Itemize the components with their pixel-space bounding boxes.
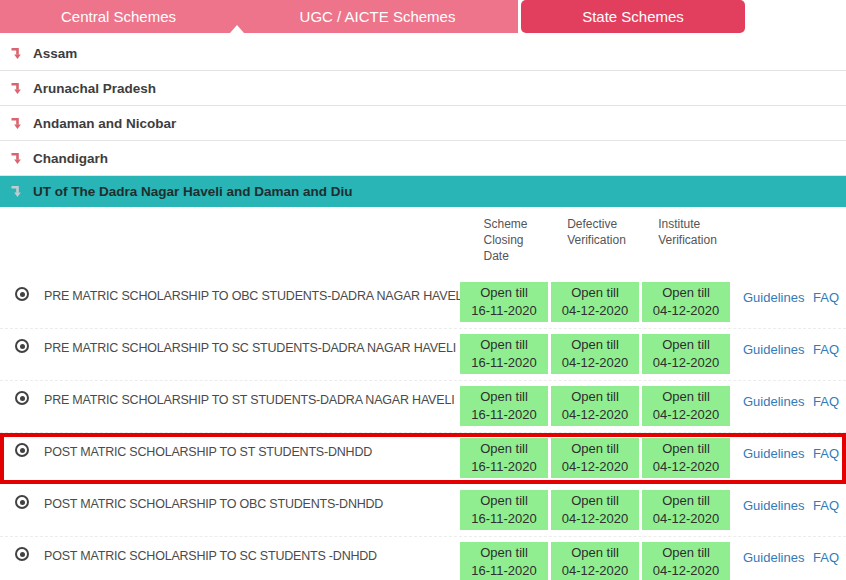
expand-arrow-icon [10,82,22,95]
scheme-name: POST MATRIC SCHOLARSHIP TO ST STUDENTS-D… [44,433,460,484]
table-body: PRE MATRIC SCHOLARSHIP TO OBC STUDENTS-D… [0,277,846,580]
column-header-scheme-closing-date: Scheme Closing Date [460,207,551,277]
institute-verification-cell: Open till 04-12-2020 [642,542,730,580]
table-header-row: Scheme Closing Date Defective Verificati… [0,207,846,277]
faq-cell: FAQ [805,329,846,380]
schemes-table: Scheme Closing Date Defective Verificati… [0,207,846,580]
bullseye-icon [0,433,44,484]
defective-verification-cell: Open till 04-12-2020 [551,386,639,426]
column-header-institute-verification: Institute Verification [642,207,733,277]
scheme-closing-date-cell: Open till 16-11-2020 [460,282,548,322]
tab-central-schemes[interactable]: Central Schemes [0,0,237,33]
faq-link[interactable]: FAQ [813,342,839,357]
guidelines-link[interactable]: Guidelines [743,498,804,513]
state-name: Andaman and Nicobar [33,116,176,131]
expand-arrow-icon [10,152,22,165]
guidelines-link[interactable]: Guidelines [743,394,804,409]
guidelines-cell: Guidelines [733,433,805,484]
guidelines-cell: Guidelines [733,485,805,536]
state-name: Arunachal Pradesh [33,81,156,96]
scheme-name: POST MATRIC SCHOLARSHIP TO SC STUDENTS -… [44,537,460,580]
collapse-arrow-icon [10,185,22,198]
scheme-row: PRE MATRIC SCHOLARSHIP TO OBC STUDENTS-D… [0,277,846,329]
state-name: Assam [33,46,77,61]
defective-verification-cell: Open till 04-12-2020 [551,490,639,530]
scheme-closing-date-cell: Open till 16-11-2020 [460,438,548,478]
faq-cell: FAQ [805,433,846,484]
expand-arrow-icon [10,47,22,60]
faq-cell: FAQ [805,277,846,328]
guidelines-cell: Guidelines [733,537,805,580]
institute-verification-cell: Open till 04-12-2020 [642,334,730,374]
bullseye-icon [0,485,44,536]
faq-link[interactable]: FAQ [813,550,839,565]
defective-verification-cell: Open till 04-12-2020 [551,542,639,580]
scheme-closing-date-cell: Open till 16-11-2020 [460,490,548,530]
active-tab-notch [230,25,244,33]
column-header-defective-verification: Defective Verification [551,207,642,277]
institute-verification-cell: Open till 04-12-2020 [642,386,730,426]
state-accordion-item[interactable]: Andaman and Nicobar [0,106,846,141]
schemes-panel: Central Schemes UGC / AICTE Schemes Stat… [0,0,846,580]
defective-verification-cell: Open till 04-12-2020 [551,438,639,478]
institute-verification-cell: Open till 04-12-2020 [642,282,730,322]
tab-ugc-aicte-schemes[interactable]: UGC / AICTE Schemes [237,0,518,33]
state-accordion-item-expanded[interactable]: UT of The Dadra Nagar Haveli and Daman a… [0,176,846,207]
guidelines-link[interactable]: Guidelines [743,446,804,461]
tab-state-schemes[interactable]: State Schemes [521,0,745,33]
faq-link[interactable]: FAQ [813,394,839,409]
state-accordion-item[interactable]: Assam [0,36,846,71]
scheme-name: POST MATRIC SCHOLARSHIP TO OBC STUDENTS-… [44,485,460,536]
guidelines-cell: Guidelines [733,277,805,328]
defective-verification-cell: Open till 04-12-2020 [551,282,639,322]
scheme-name: PRE MATRIC SCHOLARSHIP TO OBC STUDENTS-D… [44,277,460,328]
guidelines-link[interactable]: Guidelines [743,550,804,565]
bullseye-icon [0,329,44,380]
guidelines-link[interactable]: Guidelines [743,342,804,357]
scheme-row: POST MATRIC SCHOLARSHIP TO ST STUDENTS-D… [0,433,846,485]
bullseye-icon [0,277,44,328]
tab-label: Central Schemes [61,8,176,25]
tab-label: UGC / AICTE Schemes [300,8,456,25]
scheme-name: PRE MATRIC SCHOLARSHIP TO ST STUDENTS-DA… [44,381,460,432]
scheme-closing-date-cell: Open till 16-11-2020 [460,334,548,374]
scheme-name: PRE MATRIC SCHOLARSHIP TO SC STUDENTS-DA… [44,329,460,380]
tab-label: State Schemes [582,8,684,25]
state-name: Chandigarh [33,151,108,166]
guidelines-cell: Guidelines [733,381,805,432]
scheme-row: PRE MATRIC SCHOLARSHIP TO ST STUDENTS-DA… [0,381,846,433]
faq-cell: FAQ [805,485,846,536]
state-accordion-item[interactable]: Chandigarh [0,141,846,176]
guidelines-cell: Guidelines [733,329,805,380]
scheme-tabs: Central Schemes UGC / AICTE Schemes Stat… [0,0,846,33]
faq-link[interactable]: FAQ [813,290,839,305]
defective-verification-cell: Open till 04-12-2020 [551,334,639,374]
expand-arrow-icon [10,117,22,130]
state-accordion: Assam Arunachal Pradesh Andaman and Nico… [0,36,846,176]
state-accordion-item[interactable]: Arunachal Pradesh [0,71,846,106]
scheme-row: POST MATRIC SCHOLARSHIP TO OBC STUDENTS-… [0,485,846,537]
state-name: UT of The Dadra Nagar Haveli and Daman a… [33,184,353,199]
bullseye-icon [0,381,44,432]
faq-cell: FAQ [805,537,846,580]
scheme-row: PRE MATRIC SCHOLARSHIP TO SC STUDENTS-DA… [0,329,846,381]
scheme-closing-date-cell: Open till 16-11-2020 [460,386,548,426]
institute-verification-cell: Open till 04-12-2020 [642,438,730,478]
scheme-closing-date-cell: Open till 16-11-2020 [460,542,548,580]
bullseye-icon [0,537,44,580]
faq-link[interactable]: FAQ [813,498,839,513]
guidelines-link[interactable]: Guidelines [743,290,804,305]
scheme-row: POST MATRIC SCHOLARSHIP TO SC STUDENTS -… [0,537,846,580]
institute-verification-cell: Open till 04-12-2020 [642,490,730,530]
header-spacer [0,207,460,277]
faq-cell: FAQ [805,381,846,432]
faq-link[interactable]: FAQ [813,446,839,461]
